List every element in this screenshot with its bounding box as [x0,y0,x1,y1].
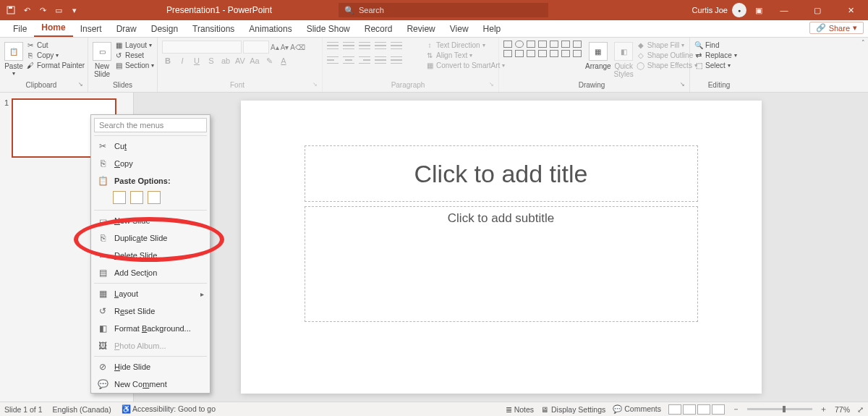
line-spacing-icon[interactable] [391,41,402,51]
ctx-copy[interactable]: ⎘Copy [91,155,210,172]
ctx-format-background[interactable]: ◧Format Background... [91,320,210,337]
tab-transitions[interactable]: Transitions [185,21,242,37]
ribbon-display-icon[interactable]: ▣ [754,5,764,15]
ctx-new-slide[interactable]: ▭New Slide [91,212,210,229]
paste-keep-source-icon[interactable] [130,191,143,204]
slide-canvas-area[interactable]: Click to add title Click to add subtitle [134,93,868,402]
ctx-new-comment[interactable]: 💬New Comment [91,375,210,393]
shadow-button[interactable]: ab [220,56,231,66]
tab-file[interactable]: File [6,21,34,37]
reading-view-icon[interactable] [697,404,710,415]
qat-more-icon[interactable]: ▾ [69,5,80,15]
paste-button[interactable]: 📋 Paste ▾ [4,41,23,77]
select-button[interactable]: ⬚Select▾ [694,61,737,69]
close-button[interactable]: ✕ [838,0,864,20]
char-spacing-button[interactable]: AV [234,56,246,66]
quick-styles-button[interactable]: ◧ Quick Styles [614,41,634,78]
ctx-hide-slide[interactable]: ⊘Hide Slide [91,358,210,375]
ctx-duplicate-slide[interactable]: ⎘Duplicate Slide [91,229,210,247]
tab-slideshow[interactable]: Slide Show [299,21,357,37]
shape-outline-button[interactable]: ◇Shape Outline▾ [637,51,698,59]
shapes-gallery[interactable] [503,41,582,57]
dialog-launcher-icon[interactable]: ↘ [489,81,494,90]
collapse-ribbon-icon[interactable]: ˄ [861,39,865,46]
bullets-icon[interactable] [327,41,339,51]
notes-button[interactable]: ≣ Notes [506,405,534,414]
arrange-button[interactable]: ▦ Arrange [585,41,611,70]
cut-button[interactable]: ✂Cut [26,41,85,49]
decrease-indent-icon[interactable] [359,41,370,51]
numbering-icon[interactable] [343,41,354,51]
tab-review[interactable]: Review [399,21,442,37]
shape-fill-button[interactable]: ◆Shape Fill▾ [637,41,698,49]
justify-icon[interactable] [375,55,386,65]
zoom-in-button[interactable]: ＋ [820,404,827,415]
font-size-select[interactable] [243,41,269,54]
zoom-slider[interactable] [747,408,812,410]
increase-indent-icon[interactable] [375,41,386,51]
ctx-delete-slide[interactable]: ▭Delete Slide [91,247,210,264]
replace-button[interactable]: ⇄Replace▾ [694,51,737,59]
tab-design[interactable]: Design [144,21,185,37]
slideshow-view-icon[interactable] [712,404,725,415]
slide-indicator[interactable]: Slide 1 of 1 [4,405,43,414]
dialog-launcher-icon[interactable]: ↘ [312,81,318,90]
new-slide-button[interactable]: ▭ New Slide [93,41,111,78]
share-button[interactable]: 🔗Share▾ [809,22,864,34]
minimize-button[interactable]: — [771,0,797,20]
zoom-level[interactable]: 77% [835,405,850,414]
format-painter-button[interactable]: 🖌Format Painter [26,61,85,69]
ctx-add-section[interactable]: ▤Add Section [91,264,210,281]
section-button[interactable]: ▤Section▾ [114,61,154,69]
zoom-out-button[interactable]: － [732,404,740,415]
paste-dest-theme-icon[interactable] [113,191,126,204]
paste-picture-icon[interactable] [148,191,161,204]
reset-button[interactable]: ↺Reset [114,51,154,59]
redo-icon[interactable]: ↷ [38,5,48,15]
sorter-view-icon[interactable] [683,404,696,415]
accessibility-indicator[interactable]: ♿ Accessibility: Good to go [122,404,216,414]
change-case-button[interactable]: Aa [249,56,260,66]
dialog-launcher-icon[interactable]: ↘ [78,81,83,90]
tab-view[interactable]: View [443,21,476,37]
find-button[interactable]: 🔍Find [694,41,737,49]
maximize-button[interactable]: ▢ [804,0,830,20]
tab-record[interactable]: Record [357,21,400,37]
fit-to-window-icon[interactable]: ⤢ [857,405,864,414]
bold-button[interactable]: B [162,56,174,66]
tab-help[interactable]: Help [476,21,509,37]
comments-button[interactable]: 💬 Comments [613,404,661,414]
smartart-button[interactable]: ▦Convert to SmartArt▾ [425,61,505,69]
tab-home[interactable]: Home [34,20,72,37]
align-right-icon[interactable] [359,55,370,65]
underline-button[interactable]: U [191,56,203,66]
strike-button[interactable]: S [205,56,217,66]
title-placeholder[interactable]: Click to add title [305,145,698,202]
font-color-button[interactable]: A [278,56,289,66]
tab-draw[interactable]: Draw [109,21,144,37]
normal-view-icon[interactable] [668,404,681,415]
italic-button[interactable]: I [176,56,188,66]
ctx-cut[interactable]: ✂Cut [91,137,210,155]
start-from-beginning-icon[interactable]: ▭ [54,5,64,15]
highlight-button[interactable]: ✎ [263,56,275,66]
dialog-launcher-icon[interactable]: ↘ [680,81,685,90]
shape-effects-button[interactable]: ◯Shape Effects▾ [637,61,698,69]
clear-format-icon[interactable]: A⌫ [290,43,305,51]
align-center-icon[interactable] [343,55,354,65]
copy-button[interactable]: ⎘Copy▾ [26,51,85,59]
decrease-font-icon[interactable]: A▾ [281,43,289,51]
subtitle-placeholder[interactable]: Click to add subtitle [305,206,698,322]
search-box[interactable]: 🔍 Search [339,3,548,17]
undo-icon[interactable]: ↶ [22,5,32,15]
language-indicator[interactable]: English (Canada) [53,405,111,414]
display-settings-button[interactable]: 🖥 Display Settings [541,405,605,414]
context-menu-search[interactable]: Search the menus [94,118,207,132]
align-text-button[interactable]: ⇅Align Text▾ [425,51,505,59]
ctx-reset-slide[interactable]: ↺Reset Slide [91,302,210,320]
tab-insert[interactable]: Insert [73,21,109,37]
layout-button[interactable]: ▦Layout▾ [114,41,154,49]
user-account[interactable]: Curtis Joe ● [692,3,746,17]
increase-font-icon[interactable]: A▴ [271,43,279,51]
font-family-select[interactable] [162,41,242,54]
